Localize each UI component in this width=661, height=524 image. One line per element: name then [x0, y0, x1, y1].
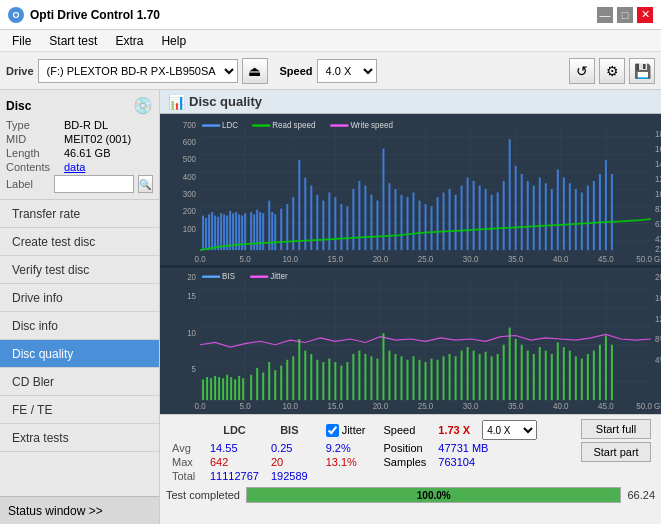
sidebar: Disc 💿 Type BD-R DL MID MEIT02 (001) Len… [0, 90, 160, 524]
svg-rect-190 [388, 351, 390, 401]
svg-rect-187 [370, 356, 372, 400]
svg-rect-220 [569, 351, 571, 401]
svg-rect-77 [334, 197, 336, 250]
menu-help[interactable]: Help [153, 32, 194, 50]
svg-rect-176 [304, 351, 306, 401]
svg-rect-177 [310, 354, 312, 400]
sidebar-item-disc-info[interactable]: Disc info [0, 312, 159, 340]
svg-text:0.0: 0.0 [195, 401, 206, 412]
contents-val[interactable]: data [64, 161, 153, 173]
svg-text:8X: 8X [655, 204, 661, 215]
svg-rect-103 [491, 195, 493, 250]
status-panel[interactable]: Status window >> [0, 496, 159, 524]
sidebar-item-drive-info[interactable]: Drive info [0, 284, 159, 312]
svg-rect-212 [521, 345, 523, 400]
svg-rect-210 [509, 327, 511, 400]
refresh-button[interactable]: ↺ [569, 58, 595, 84]
svg-rect-45 [202, 216, 204, 251]
start-part-button[interactable]: Start part [581, 442, 651, 462]
svg-rect-213 [527, 351, 529, 401]
svg-rect-113 [551, 189, 553, 250]
svg-text:LDC: LDC [222, 119, 238, 130]
svg-text:300: 300 [183, 189, 197, 200]
svg-rect-102 [485, 189, 487, 250]
start-full-button[interactable]: Start full [581, 419, 651, 439]
eject-button[interactable]: ⏏ [242, 58, 268, 84]
stats-table: LDC BIS Jitter Speed 1.73 X [166, 419, 543, 483]
svg-rect-166 [242, 378, 244, 400]
svg-text:Write speed: Write speed [350, 119, 393, 130]
svg-rect-122 [605, 160, 607, 250]
svg-text:30.0: 30.0 [463, 253, 479, 264]
svg-rect-124 [202, 124, 220, 126]
speed-select[interactable]: 4.0 X [317, 59, 377, 83]
chart-header: 📊 Disc quality [160, 90, 661, 114]
svg-rect-87 [394, 189, 396, 250]
svg-rect-167 [250, 375, 252, 400]
svg-text:45.0: 45.0 [598, 253, 614, 264]
menu-file[interactable]: File [4, 32, 39, 50]
settings-button[interactable]: ⚙ [599, 58, 625, 84]
title-bar-left: O Opti Drive Control 1.70 [8, 7, 160, 23]
speed-dropdown[interactable]: 4.0 X [482, 420, 537, 440]
svg-rect-67 [274, 214, 276, 250]
svg-rect-181 [334, 362, 336, 400]
svg-rect-128 [330, 124, 348, 126]
label-input[interactable] [54, 175, 134, 193]
sidebar-item-fe-te[interactable]: FE / TE [0, 396, 159, 424]
svg-rect-118 [581, 192, 583, 250]
save-button[interactable]: 💾 [629, 58, 655, 84]
col-bis-header: BIS [265, 419, 314, 441]
svg-rect-174 [292, 356, 294, 400]
svg-text:16X: 16X [655, 144, 661, 155]
label-button[interactable]: 🔍 [138, 175, 154, 193]
svg-rect-105 [503, 181, 505, 250]
svg-rect-81 [358, 181, 360, 250]
svg-rect-95 [443, 192, 445, 250]
chart-svg: 700 600 500 400 300 200 100 18X 16X 14X … [160, 114, 661, 414]
svg-rect-88 [400, 195, 402, 250]
svg-rect-101 [479, 186, 481, 251]
menu-extra[interactable]: Extra [107, 32, 151, 50]
svg-rect-182 [340, 366, 342, 401]
svg-rect-46 [205, 218, 207, 250]
svg-rect-211 [515, 339, 517, 400]
jitter-checkbox[interactable] [326, 424, 339, 437]
svg-rect-199 [443, 356, 445, 400]
svg-rect-217 [551, 354, 553, 400]
speed-label: Speed [384, 424, 416, 436]
svg-text:15.0: 15.0 [328, 401, 344, 412]
svg-rect-216 [545, 351, 547, 401]
svg-text:30.0: 30.0 [463, 401, 479, 412]
menu-start-test[interactable]: Start test [41, 32, 105, 50]
svg-rect-184 [352, 354, 354, 400]
svg-text:16%: 16% [655, 292, 661, 303]
drive-select[interactable]: (F:) PLEXTOR BD-R PX-LB950SA 1.06 [38, 59, 238, 83]
svg-text:4%: 4% [655, 355, 661, 366]
sidebar-item-transfer-rate[interactable]: Transfer rate [0, 200, 159, 228]
sidebar-item-disc-quality[interactable]: Disc quality [0, 340, 159, 368]
contents-key: Contents [6, 161, 64, 173]
sidebar-item-create-test-disc[interactable]: Create test disc [0, 228, 159, 256]
avg-ldc: 14.55 [204, 441, 265, 455]
svg-rect-195 [419, 360, 421, 400]
sidebar-item-extra-tests[interactable]: Extra tests [0, 424, 159, 452]
svg-rect-86 [388, 183, 390, 250]
svg-text:BIS: BIS [222, 270, 235, 281]
svg-text:12%: 12% [655, 313, 661, 324]
svg-text:400: 400 [183, 171, 197, 182]
svg-rect-85 [382, 149, 384, 251]
svg-rect-206 [485, 352, 487, 400]
close-button[interactable]: ✕ [637, 7, 653, 23]
svg-rect-119 [587, 186, 589, 251]
maximize-button[interactable]: □ [617, 7, 633, 23]
minimize-button[interactable]: — [597, 7, 613, 23]
svg-rect-78 [340, 204, 342, 250]
svg-text:35.0: 35.0 [508, 253, 524, 264]
sidebar-item-verify-test-disc[interactable]: Verify test disc [0, 256, 159, 284]
svg-rect-83 [370, 195, 372, 250]
svg-rect-116 [569, 183, 571, 250]
svg-rect-90 [413, 192, 415, 250]
svg-text:0.0: 0.0 [195, 253, 206, 264]
sidebar-item-cd-bler[interactable]: CD Bler [0, 368, 159, 396]
